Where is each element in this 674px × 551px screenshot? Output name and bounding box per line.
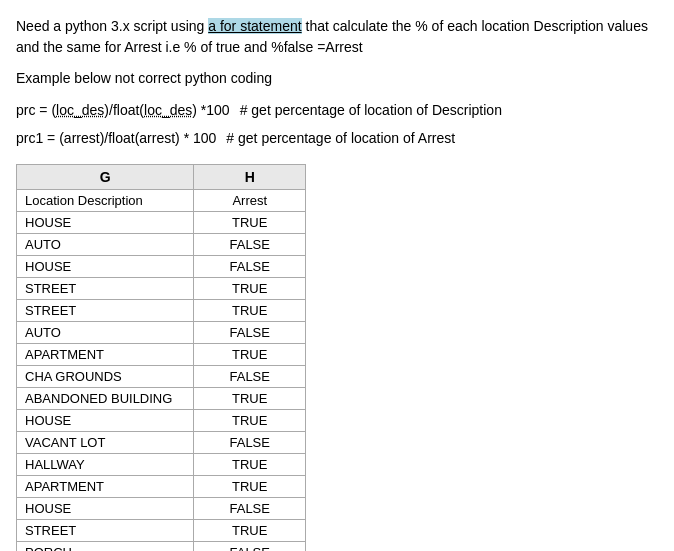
intro-suffix: that calculate the % of each location De… <box>302 18 648 34</box>
code-comment-2: # get percentage of location of Arrest <box>226 130 455 146</box>
code-line-1: prc = (loc_des)/float(loc_des) *100# get… <box>16 99 658 121</box>
table-row: STREETTRUE <box>17 519 306 541</box>
table-row: AUTOFALSE <box>17 233 306 255</box>
table-row: HALLWAYTRUE <box>17 453 306 475</box>
code-loc-des-1: loc_des <box>56 102 104 118</box>
intro-paragraph: Need a python 3.x script using a for sta… <box>16 16 658 58</box>
table-row: STREETTRUE <box>17 277 306 299</box>
arrest-cell: TRUE <box>194 387 306 409</box>
code-prc1: prc1 = (arrest)/float(arrest) * 100 <box>16 130 216 146</box>
col-g-header: G <box>17 164 194 189</box>
arrest-cell: TRUE <box>194 343 306 365</box>
arrest-cell: FALSE <box>194 541 306 551</box>
intro-line2: and the same for Arrest i.e % of true an… <box>16 39 363 55</box>
location-cell: HOUSE <box>17 409 194 431</box>
location-cell: HALLWAY <box>17 453 194 475</box>
table-row: HOUSEFALSE <box>17 255 306 277</box>
location-cell: AUTO <box>17 321 194 343</box>
code-line-2: prc1 = (arrest)/float(arrest) * 100# get… <box>16 127 658 149</box>
arrest-cell: TRUE <box>194 299 306 321</box>
table-row: APARTMENTTRUE <box>17 475 306 497</box>
location-cell: PORCH <box>17 541 194 551</box>
location-cell: HOUSE <box>17 211 194 233</box>
table-row: VACANT LOTFALSE <box>17 431 306 453</box>
location-cell: AUTO <box>17 233 194 255</box>
arrest-cell: FALSE <box>194 365 306 387</box>
column-header-row: G H <box>17 164 306 189</box>
arrest-cell: TRUE <box>194 409 306 431</box>
subheader-row: Location Description Arrest <box>17 189 306 211</box>
table-row: APARTMENTTRUE <box>17 343 306 365</box>
code-comment-1: # get percentage of location of Descript… <box>240 102 502 118</box>
arrest-cell: TRUE <box>194 475 306 497</box>
arrest-cell: FALSE <box>194 497 306 519</box>
for-statement-highlight: a for statement <box>208 18 301 34</box>
location-cell: HOUSE <box>17 255 194 277</box>
example-label: Example below not correct python coding <box>16 68 658 89</box>
table-row: PORCHFALSE <box>17 541 306 551</box>
table-row: STREETTRUE <box>17 299 306 321</box>
arrest-cell: FALSE <box>194 431 306 453</box>
col-h-header: H <box>194 164 306 189</box>
intro-prefix: Need a python 3.x script using <box>16 18 208 34</box>
location-cell: STREET <box>17 299 194 321</box>
location-subheader: Location Description <box>17 189 194 211</box>
arrest-cell: FALSE <box>194 321 306 343</box>
location-cell: ABANDONED BUILDING <box>17 387 194 409</box>
table-row: CHA GROUNDSFALSE <box>17 365 306 387</box>
arrest-cell: TRUE <box>194 453 306 475</box>
code-suffix: ) *100 <box>192 102 229 118</box>
table-body: HOUSETRUEAUTOFALSEHOUSEFALSESTREETTRUEST… <box>17 211 306 551</box>
code-loc-des-2: loc_des <box>144 102 192 118</box>
data-table: G H Location Description Arrest HOUSETRU… <box>16 164 306 551</box>
code-prc-prefix: prc = ( <box>16 102 56 118</box>
location-cell: VACANT LOT <box>17 431 194 453</box>
location-cell: APARTMENT <box>17 475 194 497</box>
location-cell: APARTMENT <box>17 343 194 365</box>
table-row: HOUSETRUE <box>17 409 306 431</box>
arrest-cell: TRUE <box>194 519 306 541</box>
arrest-cell: FALSE <box>194 233 306 255</box>
table-row: ABANDONED BUILDINGTRUE <box>17 387 306 409</box>
table-row: AUTOFALSE <box>17 321 306 343</box>
location-cell: STREET <box>17 277 194 299</box>
code-middle: )/float( <box>104 102 144 118</box>
table-row: HOUSEFALSE <box>17 497 306 519</box>
arrest-cell: TRUE <box>194 211 306 233</box>
location-cell: STREET <box>17 519 194 541</box>
arrest-cell: FALSE <box>194 255 306 277</box>
location-cell: CHA GROUNDS <box>17 365 194 387</box>
location-cell: HOUSE <box>17 497 194 519</box>
arrest-cell: TRUE <box>194 277 306 299</box>
table-row: HOUSETRUE <box>17 211 306 233</box>
data-table-container: G H Location Description Arrest HOUSETRU… <box>16 164 658 551</box>
arrest-subheader: Arrest <box>194 189 306 211</box>
